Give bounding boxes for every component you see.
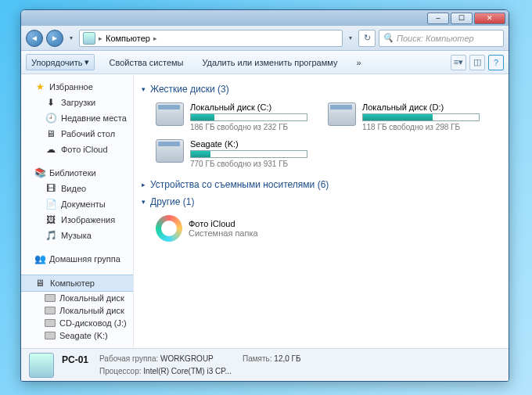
titlebar: – ☐ ✕ xyxy=(21,10,509,26)
sidebar-item-downloads[interactable]: ⬇Загрузки xyxy=(21,95,133,110)
video-icon: 🎞 xyxy=(45,182,57,195)
drive-label: Локальный диск (C:) xyxy=(190,102,312,112)
hard-disk-icon xyxy=(156,102,184,126)
workgroup-value: WORKGROUP xyxy=(160,354,214,363)
sidebar-item-local-disk[interactable]: Локальный диск xyxy=(21,304,133,317)
computer-icon: 🖥 xyxy=(34,277,46,289)
history-dropdown-icon[interactable]: ▾ xyxy=(66,33,76,44)
sidebar-homegroup-header[interactable]: 👥 Домашняя группа xyxy=(21,251,133,267)
refresh-button[interactable]: ↻ xyxy=(358,30,376,47)
cpu-value: Intel(R) Core(TM) i3 CP... xyxy=(143,367,232,375)
capacity-bar xyxy=(362,113,480,121)
view-mode-button[interactable]: ≡▾ xyxy=(451,55,466,70)
drive-label: Локальный диск (D:) xyxy=(362,102,484,112)
drive-d[interactable]: Локальный диск (D:) 118 ГБ свободно из 2… xyxy=(328,102,484,131)
cpu-label: Процессор: xyxy=(99,367,142,375)
details-pane: PC-01 Рабочая группа: WORKGROUP Память: … xyxy=(21,348,509,381)
address-dropdown-icon[interactable]: ▾ xyxy=(346,33,355,44)
drive-k[interactable]: Seagate (K:) 770 ГБ свободно из 931 ГБ xyxy=(156,139,312,168)
sidebar-item-icloud-photos[interactable]: ☁Фото iCloud xyxy=(21,142,133,157)
sidebar-item-desktop[interactable]: 🖥Рабочий стол xyxy=(21,126,133,142)
photos-icon xyxy=(156,215,182,242)
drive-c[interactable]: Локальный диск (C:) 186 ГБ свободно из 2… xyxy=(156,102,312,131)
music-icon: 🎵 xyxy=(45,229,57,242)
document-icon: 📄 xyxy=(45,198,57,210)
sidebar-item-music[interactable]: 🎵Музыка xyxy=(21,228,133,243)
memory-value: 12,0 ГБ xyxy=(274,354,300,363)
minimize-button[interactable]: – xyxy=(427,13,449,24)
hard-disk-icon xyxy=(328,102,356,126)
other-icloud-photos[interactable]: Фото iCloud Системная папка xyxy=(142,210,501,242)
caret-down-icon: ▾ xyxy=(142,198,146,206)
sidebar-item-cd-drive[interactable]: CD-дисковод (J:) xyxy=(21,317,133,329)
toolbar: Упорядочить▾ Свойства системы Удалить ил… xyxy=(21,51,509,74)
toolbar-overflow-button[interactable]: » xyxy=(351,56,365,70)
capacity-bar xyxy=(190,113,307,121)
sidebar-computer-header[interactable]: 🖥 Компьютер xyxy=(21,275,133,292)
drive-free-text: 118 ГБ свободно из 298 ГБ xyxy=(362,123,484,131)
chevron-down-icon: ▾ xyxy=(84,57,89,67)
homegroup-icon: 👥 xyxy=(34,253,46,265)
sidebar-item-documents[interactable]: 📄Документы xyxy=(21,196,133,212)
cloud-icon: ☁ xyxy=(45,143,57,156)
computer-icon xyxy=(83,32,95,45)
pc-name: PC-01 xyxy=(62,354,88,365)
breadcrumb[interactable]: Компьютер xyxy=(106,34,150,43)
back-button[interactable]: ◄ xyxy=(26,30,43,47)
uninstall-program-button[interactable]: Удалить или изменить программу xyxy=(197,56,342,70)
star-icon: ★ xyxy=(34,81,46,93)
computer-icon xyxy=(29,353,54,378)
forward-button[interactable]: ► xyxy=(46,30,63,47)
caret-right-icon: ▸ xyxy=(142,181,146,189)
navigation-bar: ◄ ► ▾ ▸ Компьютер ▸ ▾ ↻ 🔍 Поиск: Компьют… xyxy=(21,26,509,51)
sidebar-libraries-header[interactable]: 📚 Библиотеки xyxy=(21,165,133,181)
section-removable[interactable]: ▸ Устройства со съемными носителями (6) xyxy=(142,176,501,193)
desktop-icon: 🖥 xyxy=(45,127,57,140)
breadcrumb-sep-icon: ▸ xyxy=(153,34,157,42)
cd-drive-icon xyxy=(45,319,56,327)
memory-label: Память: xyxy=(243,354,272,363)
address-bar[interactable]: ▸ Компьютер ▸ xyxy=(79,30,343,47)
sidebar-item-local-disk[interactable]: Локальный диск xyxy=(21,292,133,304)
search-icon: 🔍 xyxy=(383,33,394,43)
hard-disk-icon xyxy=(156,139,184,163)
content-pane: ▾ Жесткие диски (3) Локальный диск (C:) … xyxy=(134,74,509,348)
section-hard-drives[interactable]: ▾ Жесткие диски (3) xyxy=(142,81,501,98)
help-button[interactable]: ? xyxy=(488,55,504,70)
capacity-bar xyxy=(190,150,307,158)
section-other[interactable]: ▾ Другие (1) xyxy=(142,193,501,210)
system-properties-button[interactable]: Свойства системы xyxy=(104,56,188,70)
sidebar-item-pictures[interactable]: 🖼Изображения xyxy=(21,212,133,228)
sidebar-item-seagate[interactable]: Seagate (K:) xyxy=(21,329,133,342)
search-input[interactable]: 🔍 Поиск: Компьютер xyxy=(379,30,504,47)
drive-free-text: 770 ГБ свободно из 931 ГБ xyxy=(190,160,312,168)
breadcrumb-sep-icon: ▸ xyxy=(99,34,102,42)
workgroup-label: Рабочая группа: xyxy=(99,354,158,363)
hard-drives-group: Локальный диск (C:) 186 ГБ свободно из 2… xyxy=(142,98,501,176)
preview-pane-button[interactable]: ◫ xyxy=(469,55,485,70)
drive-icon xyxy=(45,307,56,314)
toolbar-right: ≡▾ ◫ ? xyxy=(451,55,504,70)
maximize-button[interactable]: ☐ xyxy=(451,13,473,24)
drive-icon xyxy=(45,294,56,302)
sidebar-favorites-header[interactable]: ★ Избранное xyxy=(21,79,133,95)
sidebar-item-recent[interactable]: 🕘Недавние места xyxy=(21,110,133,126)
drive-label: Seagate (K:) xyxy=(190,139,312,149)
window-body: ★ Избранное ⬇Загрузки 🕘Недавние места 🖥Р… xyxy=(21,74,509,348)
folder-label: Фото iCloud xyxy=(189,219,258,228)
drive-icon xyxy=(45,332,56,339)
organize-button[interactable]: Упорядочить▾ xyxy=(26,54,95,70)
folder-subtitle: Системная папка xyxy=(189,228,258,238)
caret-down-icon: ▾ xyxy=(142,85,146,93)
download-icon: ⬇ xyxy=(45,96,57,109)
recent-icon: 🕘 xyxy=(45,112,57,124)
sidebar-item-videos[interactable]: 🎞Видео xyxy=(21,181,133,196)
drive-free-text: 186 ГБ свободно из 232 ГБ xyxy=(190,123,312,131)
navigation-pane: ★ Избранное ⬇Загрузки 🕘Недавние места 🖥Р… xyxy=(21,74,134,348)
picture-icon: 🖼 xyxy=(45,214,57,226)
explorer-window: – ☐ ✕ ◄ ► ▾ ▸ Компьютер ▸ ▾ ↻ 🔍 Поиск: К… xyxy=(20,9,509,382)
close-button[interactable]: ✕ xyxy=(474,13,505,24)
search-placeholder: Поиск: Компьютер xyxy=(397,34,474,43)
libraries-icon: 📚 xyxy=(34,167,46,179)
